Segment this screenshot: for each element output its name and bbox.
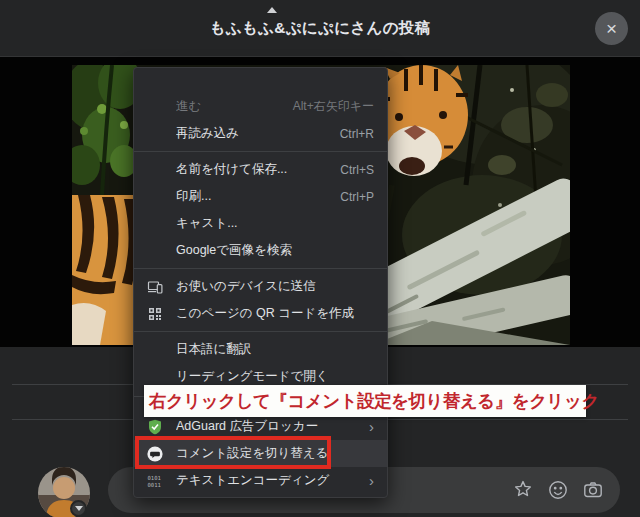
menu-item-label: リーディングモードで開く (176, 368, 374, 385)
menu-item-11[interactable]: 日本語に翻訳 (134, 336, 387, 363)
menu-item-label: このページの QR コードを作成 (176, 305, 374, 322)
close-button[interactable]: × (595, 12, 628, 45)
text-encoding-icon: 01010011 (147, 473, 163, 489)
annotation-text: 右クリックして『コメント設定を切り替える』をクリック (149, 389, 599, 413)
menu-item-9[interactable]: このページの QR コードを作成 (134, 300, 387, 327)
avatar-switch-chevron[interactable] (70, 500, 87, 517)
menu-item-label: テキストエンコーディング (176, 472, 351, 489)
menu-item-label: 名前を付けて保存... (176, 161, 322, 178)
menu-separator (134, 147, 387, 156)
menu-item-1[interactable]: 再読み込みCtrl+R (134, 120, 387, 147)
context-menu: 進むAlt+右矢印キー再読み込みCtrl+R名前を付けて保存...Ctrl+S印… (133, 67, 388, 498)
menu-item-label: 再読み込み (176, 125, 322, 142)
menu-separator (134, 327, 387, 336)
menu-item-16[interactable]: 01010011テキストエンコーディング› (134, 467, 387, 494)
svg-text:0101: 0101 (148, 474, 161, 480)
menu-item-label: 進む (176, 98, 275, 115)
qr-code-icon (147, 306, 163, 322)
menu-item-label: 印刷... (176, 188, 322, 205)
menu-item-0: 進むAlt+右矢印キー (134, 93, 387, 120)
submenu-arrow-icon: › (369, 473, 374, 488)
menu-item-shortcut: Alt+右矢印キー (293, 98, 374, 115)
menu-item-4[interactable]: 印刷...Ctrl+P (134, 183, 387, 210)
photo-viewer-screen: をじっと い 375 つっこみ3件 わけわけ7件 ええやん 関連度の高い順 (0, 0, 640, 517)
menu-item-label: Googleで画像を検索 (176, 242, 374, 259)
menu-separator (134, 264, 387, 273)
menu-item-8[interactable]: お使いのデバイスに送信 (134, 273, 387, 300)
menu-item-shortcut: Ctrl+P (340, 190, 374, 204)
menu-item-shortcut: Ctrl+R (340, 127, 374, 141)
annotation-callout: 右クリックして『コメント設定を切り替える』をクリック (144, 385, 586, 417)
chevron-down-icon (75, 506, 83, 511)
menu-item-label: コメント設定を切り替える (176, 445, 374, 462)
viewer-top-bar: もふもふ&ぷにぷにさんの投稿 × (0, 0, 640, 57)
menu-item-5[interactable]: キャスト... (134, 210, 387, 237)
menu-item-14[interactable]: AdGuard 広告ブロッカー› (134, 413, 387, 440)
adguard-icon (147, 419, 163, 435)
svg-text:0011: 0011 (148, 481, 161, 487)
close-icon: × (606, 19, 617, 38)
menu-item-15[interactable]: コメント設定を切り替える (134, 440, 387, 467)
submenu-arrow-icon: › (369, 419, 374, 434)
menu-item-label: 日本語に翻訳 (176, 341, 374, 358)
menu-item-label: AdGuard 広告ブロッカー (176, 418, 351, 435)
send-to-device-icon (147, 279, 163, 295)
post-title: もふもふ&ぷにぷにさんの投稿 (0, 0, 640, 57)
menu-scroll-up-icon[interactable] (267, 7, 277, 13)
menu-item-shortcut: Ctrl+S (340, 163, 374, 177)
sticker-icon[interactable] (512, 479, 534, 501)
menu-item-label: お使いのデバイスに送信 (176, 278, 374, 295)
menu-item-6[interactable]: Googleで画像を検索 (134, 237, 387, 264)
menu-item-3[interactable]: 名前を付けて保存...Ctrl+S (134, 156, 387, 183)
emoji-icon[interactable] (547, 479, 569, 501)
menu-item-label: キャスト... (176, 215, 374, 232)
comment-toggle-icon (147, 446, 163, 462)
camera-icon[interactable] (582, 479, 604, 501)
